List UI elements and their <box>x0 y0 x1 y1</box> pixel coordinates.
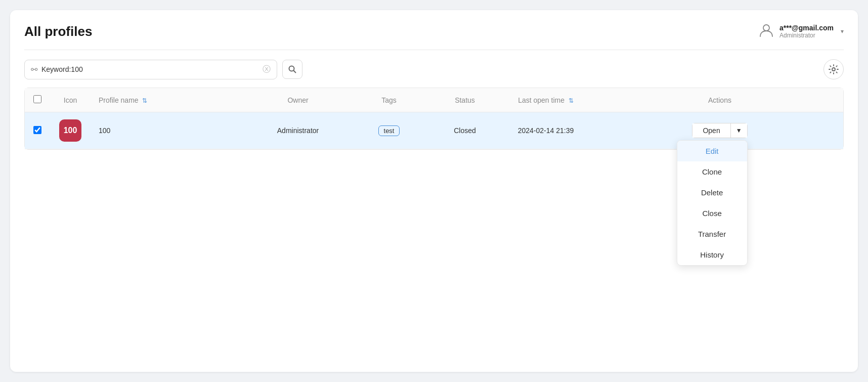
row-tags: test <box>343 112 435 149</box>
profile-icon: 100 <box>59 119 81 142</box>
svg-line-2 <box>294 71 296 73</box>
user-avatar-icon <box>758 22 774 40</box>
header: All profiles a***@gmail.com Administrato… <box>24 22 844 40</box>
user-menu[interactable]: a***@gmail.com Administrator ▾ <box>758 22 844 40</box>
user-chevron-icon: ▾ <box>841 28 844 35</box>
tag-badge[interactable]: test <box>378 125 400 136</box>
row-checkbox[interactable] <box>33 126 41 134</box>
search-box: ⚯ ⓧ <box>24 60 277 79</box>
th-icon: Icon <box>50 88 91 112</box>
row-actions: Open ▼ Edit Clone Delete Close Transfer … <box>596 112 843 149</box>
search-input[interactable] <box>41 65 258 73</box>
select-all-checkbox[interactable] <box>33 95 41 103</box>
row-last-open: 2024-02-14 21:39 <box>495 112 596 149</box>
user-email: a***@gmail.com <box>779 24 834 32</box>
dropdown-item-transfer[interactable]: Transfer <box>677 224 747 244</box>
actions-wrapper: Open ▼ Edit Clone Delete Close Transfer … <box>692 123 747 138</box>
table-row: 100 100 Administrator test Closed 2024-0… <box>25 112 843 149</box>
dropdown-toggle-button[interactable]: ▼ <box>731 123 747 138</box>
table-header: Icon Profile name ⇅ Owner Tags Status La… <box>25 88 843 112</box>
header-divider <box>24 50 844 50</box>
page-title: All profiles <box>24 24 92 39</box>
settings-button[interactable] <box>823 59 844 79</box>
th-actions: Actions <box>596 88 843 112</box>
user-role: Administrator <box>779 32 815 39</box>
th-checkbox <box>25 88 50 112</box>
row-owner: Administrator <box>252 112 343 149</box>
search-button[interactable] <box>282 60 302 79</box>
svg-point-0 <box>763 25 769 31</box>
dropdown-item-clone[interactable]: Clone <box>677 161 747 182</box>
actions-dropdown-menu: Edit Clone Delete Close Transfer History <box>677 140 748 266</box>
svg-point-1 <box>289 66 294 71</box>
open-btn-group: Open ▼ <box>692 123 747 138</box>
row-icon-cell: 100 <box>50 112 91 149</box>
dropdown-item-delete[interactable]: Delete <box>677 182 747 203</box>
row-checkbox-cell <box>25 112 50 149</box>
svg-point-3 <box>832 68 835 71</box>
last-open-sort-icon: ⇅ <box>569 97 574 104</box>
user-text-block: a***@gmail.com Administrator <box>779 24 834 39</box>
th-last-open[interactable]: Last open time ⇅ <box>495 88 596 112</box>
th-profile-name[interactable]: Profile name ⇅ <box>91 88 252 112</box>
dropdown-item-close[interactable]: Close <box>677 203 747 224</box>
filter-icon: ⚯ <box>31 65 37 74</box>
th-status: Status <box>435 88 495 112</box>
clear-icon[interactable]: ⓧ <box>263 64 271 75</box>
dropdown-item-edit[interactable]: Edit <box>677 141 747 161</box>
row-profile-name: 100 <box>91 112 252 149</box>
dropdown-item-history[interactable]: History <box>677 244 747 265</box>
open-button[interactable]: Open <box>692 123 730 138</box>
th-tags: Tags <box>343 88 435 112</box>
sort-icon: ⇅ <box>142 97 147 104</box>
th-owner: Owner <box>252 88 343 112</box>
profiles-table: Icon Profile name ⇅ Owner Tags Status La… <box>24 88 844 150</box>
row-status: Closed <box>435 112 495 149</box>
search-row: ⚯ ⓧ <box>24 59 844 79</box>
